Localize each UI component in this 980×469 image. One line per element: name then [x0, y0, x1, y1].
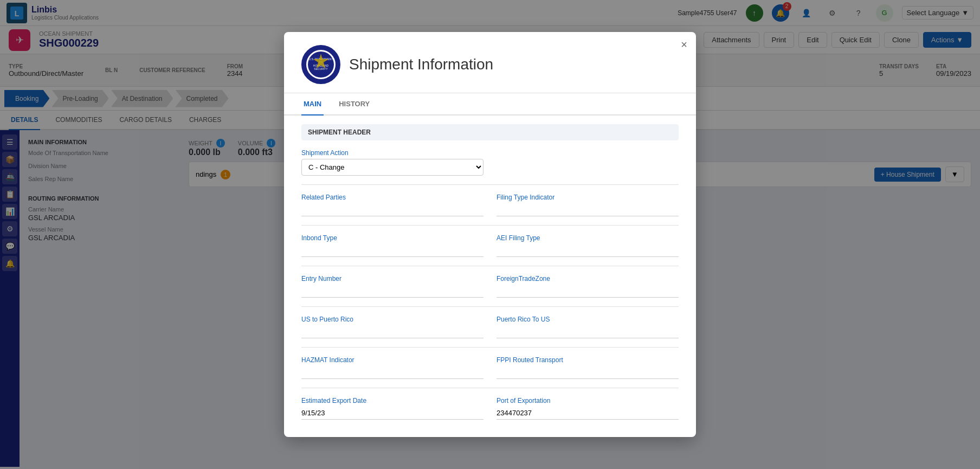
- hazmat-col: HAZMAT Indicator: [301, 356, 483, 379]
- divider-2: [301, 225, 679, 226]
- us-pr-col: US to Puerto Rico: [301, 316, 483, 338]
- divider-4: [301, 306, 679, 307]
- aei-label: AEI Filing Type: [497, 234, 679, 242]
- related-parties-col: Related Parties: [301, 194, 483, 216]
- divider-3: [301, 266, 679, 266]
- filing-type-input[interactable]: [497, 203, 679, 216]
- hazmat-fppi-row: HAZMAT Indicator FPPI Routed Transport: [301, 356, 679, 379]
- related-parties-label: Related Parties: [301, 194, 483, 201]
- aei-input[interactable]: [497, 244, 679, 257]
- divider-5: [301, 347, 679, 348]
- port-exportation-label: Port of Exportation: [497, 397, 679, 404]
- svg-text:SECURITY: SECURITY: [314, 67, 328, 70]
- empty-col-1: [497, 149, 679, 176]
- modal-tab-main[interactable]: MAIN: [301, 93, 324, 115]
- export-date-input[interactable]: [301, 407, 483, 420]
- shipment-action-col: Shipment Action C - Change A - Add D - D…: [301, 149, 483, 176]
- foreign-trade-input[interactable]: [497, 285, 679, 298]
- fppi-input[interactable]: [497, 366, 679, 379]
- filing-type-col: Filing Type Indicator: [497, 194, 679, 216]
- port-exportation-input[interactable]: [497, 407, 679, 420]
- filing-type-label: Filing Type Indicator: [497, 194, 679, 201]
- puerto-rico-row: US to Puerto Rico Puerto Rico To US: [301, 316, 679, 338]
- modal-body: SHIPMENT HEADER Shipment Action C - Chan…: [284, 115, 696, 437]
- hazmat-label: HAZMAT Indicator: [301, 356, 483, 364]
- modal-tabs: MAIN HISTORY: [284, 93, 696, 115]
- fppi-col: FPPI Routed Transport: [497, 356, 679, 379]
- shipment-info-modal: U.S. DEPARTMENT OF HOMELAND SECURITY Shi…: [284, 32, 696, 437]
- hazmat-input[interactable]: [301, 366, 483, 379]
- entry-number-input[interactable]: [301, 285, 483, 298]
- foreign-trade-label: ForeignTradeZone: [497, 275, 679, 282]
- export-date-label: Estimated Export Date: [301, 397, 483, 404]
- modal-close-button[interactable]: ×: [681, 38, 687, 51]
- export-port-row: Estimated Export Date Port of Exportatio…: [301, 397, 679, 420]
- port-exportation-col: Port of Exportation: [497, 397, 679, 420]
- pr-us-col: Puerto Rico To US: [497, 316, 679, 338]
- modal-header: U.S. DEPARTMENT OF HOMELAND SECURITY Shi…: [284, 32, 696, 93]
- modal-tab-history[interactable]: HISTORY: [337, 93, 372, 115]
- inbond-input[interactable]: [301, 244, 483, 257]
- pr-us-label: Puerto Rico To US: [497, 316, 679, 323]
- entry-foreign-row: Entry Number ForeignTradeZone: [301, 275, 679, 298]
- modal-section-header: SHIPMENT HEADER: [301, 124, 679, 140]
- shipment-action-label: Shipment Action: [301, 149, 483, 157]
- entry-col: Entry Number: [301, 275, 483, 298]
- divider-6: [301, 388, 679, 388]
- dhs-seal: U.S. DEPARTMENT OF HOMELAND SECURITY: [301, 45, 340, 84]
- shipment-action-select[interactable]: C - Change A - Add D - Delete R - Replac…: [301, 159, 483, 176]
- inbond-label: Inbond Type: [301, 234, 483, 242]
- us-pr-input[interactable]: [301, 325, 483, 338]
- foreign-trade-col: ForeignTradeZone: [497, 275, 679, 298]
- fppi-label: FPPI Routed Transport: [497, 356, 679, 364]
- modal-title: Shipment Information: [349, 56, 493, 73]
- export-date-col: Estimated Export Date: [301, 397, 483, 420]
- inbond-col: Inbond Type: [301, 234, 483, 257]
- pr-us-input[interactable]: [497, 325, 679, 338]
- aei-col: AEI Filing Type: [497, 234, 679, 257]
- entry-number-label: Entry Number: [301, 275, 483, 282]
- divider-1: [301, 184, 679, 185]
- inbond-aei-row: Inbond Type AEI Filing Type: [301, 234, 679, 257]
- related-parties-input[interactable]: [301, 203, 483, 216]
- shipment-action-row: Shipment Action C - Change A - Add D - D…: [301, 149, 679, 176]
- modal-overlay[interactable]: U.S. DEPARTMENT OF HOMELAND SECURITY Shi…: [0, 0, 980, 469]
- related-filing-row: Related Parties Filing Type Indicator: [301, 194, 679, 216]
- us-pr-label: US to Puerto Rico: [301, 316, 483, 323]
